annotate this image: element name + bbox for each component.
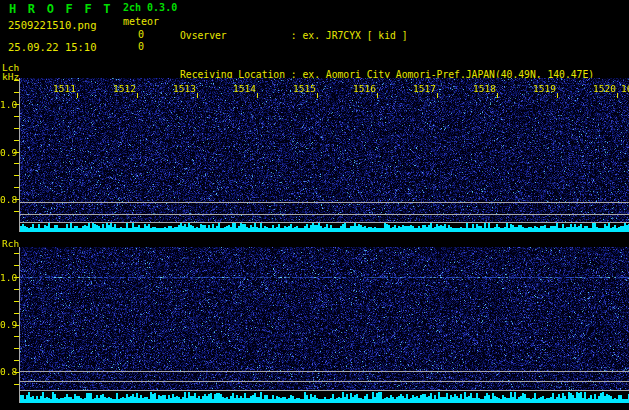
time-label-partial: 16 (621, 83, 629, 94)
version-label: 2ch 0.3.0 (123, 2, 177, 13)
app-title: H R O F F T (9, 2, 113, 16)
time-label-1515: 1515 (293, 83, 316, 94)
time-label-1519: 1519 (533, 83, 556, 94)
lch-spectrogram-canvas (12, 78, 629, 232)
rch-freq-label-1-0: 1.0 (0, 272, 13, 283)
hrofft-window: H R O F F T 2ch 0.3.0 2509221510.png met… (0, 0, 629, 410)
rch-spectrogram-canvas (12, 247, 629, 403)
time-label-1512: 1512 (113, 83, 136, 94)
meteor-count-rch: 0 (138, 41, 144, 52)
rch-freq-label-0-8: 0.8 (0, 366, 13, 377)
time-label-1513: 1513 (173, 83, 196, 94)
lch-freq-label-0-9: 0.9 (0, 147, 13, 158)
time-label-1514: 1514 (233, 83, 256, 94)
time-label-1518: 1518 (473, 83, 496, 94)
observer-line: Ovserver : ex. JR7CYX [ kid ] (180, 29, 623, 42)
output-filename: 2509221510.png (8, 19, 97, 31)
lch-freq-label-1-0: 1.0 (0, 99, 13, 110)
meteor-count-lch: 0 (138, 29, 144, 40)
datetime-label: 25.09.22 15:10 (8, 41, 97, 53)
time-label-1520: 1520 (593, 83, 616, 94)
time-label-1511: 1511 (53, 83, 76, 94)
mode-label: meteor (123, 16, 159, 27)
time-label-1516: 1516 (353, 83, 376, 94)
time-label-1517: 1517 (413, 83, 436, 94)
lch-freq-label-0-8: 0.8 (0, 194, 13, 205)
rch-freq-label-0-9: 0.9 (0, 319, 13, 330)
